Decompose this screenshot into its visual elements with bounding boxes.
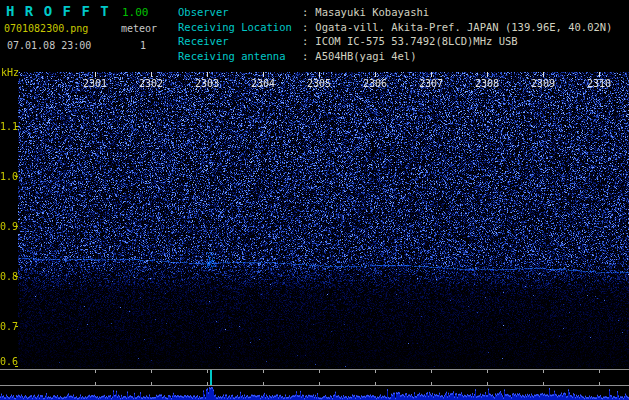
echo-strip-minute-tick — [95, 370, 96, 373]
time-tick-label: 2306 — [363, 78, 387, 89]
freq-tick-mark — [15, 276, 18, 277]
freq-tick-mark — [15, 326, 18, 327]
echo-strip-minute-tick — [543, 382, 544, 385]
info-row-observer: Observer:Masayuki Kobayashi — [178, 5, 612, 20]
meteor-echo-mark — [210, 370, 212, 385]
signal-level-canvas — [0, 386, 629, 400]
freq-tick-mark — [15, 226, 18, 227]
time-tick-label: 2305 — [307, 78, 331, 89]
info-label: Receiving antenna — [178, 49, 302, 64]
time-tick-label: 2308 — [475, 78, 499, 89]
time-tick-label: 2310 — [587, 78, 611, 89]
info-colon: : — [302, 21, 315, 33]
echo-strip-minute-tick — [599, 370, 600, 373]
info-row-antenna: Receiving antenna:A504HB(yagi 4el) — [178, 49, 612, 64]
time-tick-mark — [95, 72, 96, 77]
freq-tick-mark — [15, 176, 18, 177]
output-filename: 0701082300.png — [4, 23, 88, 34]
time-tick-mark — [599, 72, 600, 77]
echo-strip-minute-tick — [375, 382, 376, 385]
time-tick-mark — [543, 72, 544, 77]
info-value: A504HB(yagi 4el) — [315, 50, 416, 62]
info-row-receiver: Receiver:ICOM IC-575 53.7492(8LCD)MHz US… — [178, 34, 612, 49]
observation-datetime: 07.01.08 23:00 — [7, 40, 91, 51]
time-tick-mark — [431, 72, 432, 77]
station-info: Observer:Masayuki Kobayashi Receiving Lo… — [178, 5, 612, 63]
time-tick-label: 2309 — [531, 78, 555, 89]
time-tick-label: 2303 — [195, 78, 219, 89]
freq-tick-mark — [15, 366, 18, 367]
info-label: Receiver — [178, 34, 302, 49]
app-title: H R O F F T — [6, 3, 110, 19]
info-label: Receiving Location — [178, 20, 302, 35]
time-tick-mark — [375, 72, 376, 77]
echo-strip-minute-tick — [95, 382, 96, 385]
info-colon: : — [302, 50, 315, 62]
info-colon: : — [302, 35, 315, 47]
echo-strip-minute-tick — [151, 382, 152, 385]
freq-tick-label: 0.8 — [0, 271, 15, 282]
echo-strip-minute-tick — [319, 382, 320, 385]
freq-tick-label: 0.9 — [0, 221, 15, 232]
echo-strip-minute-tick — [151, 370, 152, 373]
echo-strip-minute-tick — [487, 382, 488, 385]
echo-strip-minute-tick — [319, 370, 320, 373]
time-tick-label: 2301 — [83, 78, 107, 89]
echo-strip-minute-tick — [431, 382, 432, 385]
time-tick-mark — [319, 72, 320, 77]
echo-strip-minute-tick — [431, 370, 432, 373]
meteor-counter-value: 1 — [140, 40, 146, 51]
meteor-counter-label: meteor — [121, 23, 157, 34]
time-tick-label: 2304 — [251, 78, 275, 89]
echo-strip-minute-tick — [543, 370, 544, 373]
freq-tick-label: 1.0 — [0, 171, 15, 182]
time-tick-label: 2307 — [419, 78, 443, 89]
freq-tick-label: 0.7 — [0, 321, 15, 332]
echo-strip-minute-tick — [375, 370, 376, 373]
echo-strip-minute-tick — [599, 382, 600, 385]
freq-tick-label: 1.1 — [0, 121, 15, 132]
echo-strip-minute-tick — [487, 370, 488, 373]
spectrogram-canvas — [18, 72, 629, 368]
freq-tick-label: 0.6 — [0, 356, 15, 367]
info-value: Ogata-vill. Akita-Pref. JAPAN (139.96E, … — [315, 21, 612, 33]
echo-strip-minute-tick — [263, 370, 264, 373]
app-version: 1.00 — [122, 6, 149, 19]
echo-strip-minute-tick — [207, 370, 208, 373]
echo-strip-minute-tick — [207, 382, 208, 385]
info-colon: : — [302, 6, 315, 18]
hrofft-window: H R O F F T 1.00 0701082300.png meteor 0… — [0, 0, 629, 400]
time-tick-label: 2302 — [139, 78, 163, 89]
info-label: Observer — [178, 5, 302, 20]
info-value: Masayuki Kobayashi — [315, 6, 429, 18]
time-tick-mark — [151, 72, 152, 77]
info-row-location: Receiving Location:Ogata-vill. Akita-Pre… — [178, 20, 612, 35]
time-tick-mark — [263, 72, 264, 77]
time-tick-mark — [207, 72, 208, 77]
info-value: ICOM IC-575 53.7492(8LCD)MHz USB — [315, 35, 517, 47]
time-tick-mark — [487, 72, 488, 77]
freq-tick-mark — [15, 126, 18, 127]
echo-strip-minute-tick — [263, 382, 264, 385]
freq-unit-label: kHz — [1, 67, 19, 78]
